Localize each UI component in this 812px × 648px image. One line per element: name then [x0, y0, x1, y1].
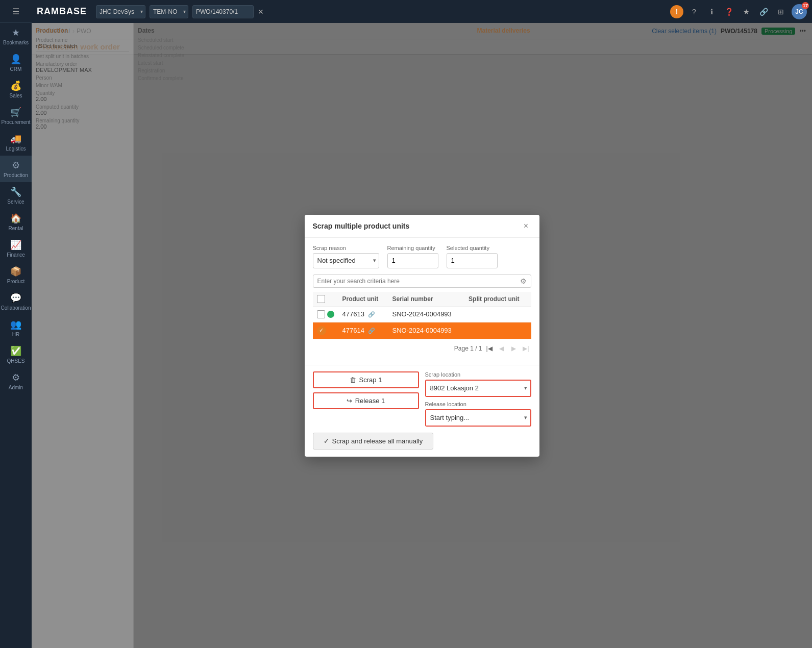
table-row[interactable]: ✓ 477614 🔗 SNO-2024-0004993	[313, 322, 531, 339]
qhses-icon: ✅	[10, 345, 21, 357]
release-location-field: Release location Start typing...	[425, 401, 531, 427]
pwo-ref-input[interactable]	[192, 5, 254, 18]
release-button[interactable]: ↪ Release 1	[313, 392, 419, 409]
sidebar-item-hr[interactable]: 👥 HR	[0, 315, 32, 341]
trash-icon: 🗑	[350, 376, 356, 384]
sales-icon: 💰	[10, 80, 21, 91]
row1-link-icon[interactable]: 🔗	[368, 311, 375, 317]
action-row: 🗑 Scrap 1 ↪ Release 1 Scrap location 890…	[305, 365, 539, 433]
row2-product-unit: 477614 🔗	[338, 322, 388, 339]
close-tab-icon[interactable]: ✕	[258, 8, 264, 16]
rental-icon: 🏠	[10, 213, 21, 224]
table-header-row: Product unit Serial number Split product…	[313, 292, 531, 307]
pagination: Page 1 / 1 |◀ ◀ ▶ ▶|	[313, 339, 531, 358]
pagination-prev[interactable]: ◀	[497, 343, 507, 354]
pagination-last[interactable]: ▶|	[521, 343, 531, 354]
scrap-reason-select[interactable]: Not specified Damaged Defective Expired	[313, 253, 379, 268]
scrap-location-select-wrap[interactable]: 8902 Lokasjon 2 8901 Lokasjon 1	[425, 380, 531, 397]
scrap-release-manually-button[interactable]: ✓ Scrap and release all manually	[313, 433, 434, 450]
scrap-location-select[interactable]: 8902 Lokasjon 2 8901 Lokasjon 1	[426, 381, 530, 396]
sidebar-item-collaboration[interactable]: 💬 Collaboration	[0, 288, 32, 315]
gear-icon[interactable]: ⚙	[520, 277, 527, 285]
row2-link-icon[interactable]: 🔗	[368, 328, 375, 334]
scrap-button[interactable]: 🗑 Scrap 1	[313, 371, 419, 388]
help-icon[interactable]: ?	[687, 5, 701, 18]
bookmark-icon[interactable]: ★	[740, 5, 753, 18]
sidebar-item-label: Production	[4, 172, 28, 178]
sidebar-item-rental[interactable]: 🏠 Rental	[0, 209, 32, 235]
table-row[interactable]: 477613 🔗 SNO-2024-0004993	[313, 306, 531, 322]
scrap-location-label: Scrap location	[425, 371, 531, 378]
dialog-close-button[interactable]: ×	[521, 221, 531, 231]
sidebar-item-qhses[interactable]: ✅ QHSES	[0, 341, 32, 368]
sidebar-item-bookmarks[interactable]: ★ Bookmarks	[0, 23, 32, 49]
sidebar-item-sales[interactable]: 💰 Sales	[0, 76, 32, 103]
dialog-header: Scrap multiple product units ×	[305, 215, 539, 238]
sidebar: ☰ ★ Bookmarks 👤 CRM 💰 Sales 🛒 Procuremen…	[0, 0, 32, 648]
sidebar-item-product[interactable]: 📦 Product	[0, 262, 32, 288]
selected-qty-input[interactable]	[447, 253, 498, 268]
selected-qty-label: Selected quantity	[447, 245, 498, 251]
grid-icon[interactable]: ⊞	[774, 5, 788, 18]
collab-icon: 💬	[10, 292, 21, 304]
row1-checkbox-cell	[313, 306, 338, 322]
sidebar-item-label: HR	[12, 332, 19, 337]
row2-split	[464, 322, 531, 339]
search-input[interactable]	[317, 278, 516, 285]
header-checkbox[interactable]	[317, 295, 325, 303]
sidebar-item-crm[interactable]: 👤 CRM	[0, 49, 32, 76]
env-select[interactable]: TEM-NO	[150, 5, 188, 18]
dialog-overlay: Scrap multiple product units × Scrap rea…	[32, 23, 812, 648]
env-select-wrap[interactable]: TEM-NO	[150, 5, 188, 18]
sidebar-item-production[interactable]: ⚙ Production	[0, 156, 32, 182]
dialog-body: Scrap reason Not specified Damaged Defec…	[305, 238, 539, 365]
pagination-next[interactable]: ▶	[509, 343, 519, 354]
sidebar-item-finance[interactable]: 📈 Finance	[0, 235, 32, 262]
release-location-select-wrap[interactable]: Start typing...	[425, 409, 531, 427]
remaining-qty-label: Remaining quantity	[387, 245, 438, 251]
product-table: Product unit Serial number Split product…	[313, 292, 531, 339]
row2-checkbox[interactable]: ✓	[317, 326, 326, 335]
row1-product-unit: 477613 🔗	[338, 306, 388, 322]
release-location-select[interactable]: Start typing...	[426, 410, 530, 426]
col-split-header: Split product unit	[464, 292, 531, 307]
menu-icon[interactable]: ☰	[12, 7, 19, 16]
sidebar-item-procurement[interactable]: 🛒 Procurement	[0, 103, 32, 129]
production-icon: ⚙	[12, 160, 20, 171]
company-select[interactable]: JHC DevSys	[96, 5, 145, 18]
sidebar-item-logistics[interactable]: 🚚 Logistics	[0, 129, 32, 156]
scrap-reason-select-wrap[interactable]: Not specified Damaged Defective Expired	[313, 253, 379, 268]
sidebar-item-service[interactable]: 🔧 Service	[0, 182, 32, 209]
info-icon[interactable]: ℹ	[705, 5, 718, 18]
sidebar-item-label: Service	[7, 199, 24, 205]
avatar-initials: JC	[795, 8, 803, 15]
sidebar-item-label: Product	[7, 279, 24, 284]
search-bar[interactable]: ⚙	[313, 275, 531, 288]
sidebar-item-admin[interactable]: ⚙ Admin	[0, 368, 32, 394]
avatar[interactable]: JC 17	[792, 4, 807, 19]
sidebar-item-label: Rental	[9, 226, 23, 231]
question-icon[interactable]: ❓	[722, 5, 735, 18]
sidebar-item-label: QHSES	[7, 358, 24, 364]
hr-icon: 👥	[10, 319, 21, 330]
warning-icon[interactable]: !	[670, 5, 683, 18]
company-select-wrap[interactable]: JHC DevSys	[96, 5, 145, 18]
topbar-right: ! ? ℹ ❓ ★ 🔗 ⊞ JC 17	[670, 4, 807, 19]
pagination-first[interactable]: |◀	[484, 343, 495, 354]
app-logo: RAMBASE	[37, 6, 87, 17]
scrap-dialog: Scrap multiple product units × Scrap rea…	[305, 215, 539, 457]
sidebar-item-label: Logistics	[6, 146, 26, 152]
action-left: 🗑 Scrap 1 ↪ Release 1	[313, 371, 419, 427]
row1-checkbox[interactable]	[317, 310, 325, 318]
sidebar-item-label: Sales	[9, 93, 22, 98]
form-row-top: Scrap reason Not specified Damaged Defec…	[313, 245, 531, 268]
col-checkbox	[313, 292, 338, 307]
row2-serial-number: SNO-2024-0004993	[388, 322, 464, 339]
release-location-label: Release location	[425, 401, 531, 407]
col-serial-number-header: Serial number	[388, 292, 464, 307]
release-icon: ↪	[347, 397, 352, 405]
scrap-reason-label: Scrap reason	[313, 245, 379, 251]
scrap-reason-field: Scrap reason Not specified Damaged Defec…	[313, 245, 379, 268]
link-icon[interactable]: 🔗	[757, 5, 770, 18]
remaining-qty-input[interactable]	[387, 253, 438, 268]
